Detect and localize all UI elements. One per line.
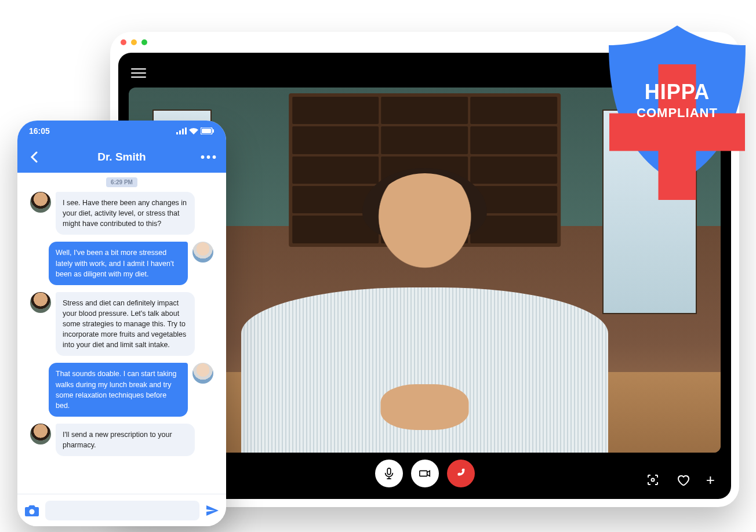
phone-status-bar: 16:05 — [17, 121, 226, 141]
traffic-light-zoom[interactable] — [141, 39, 147, 45]
chevron-left-icon — [30, 151, 38, 163]
svg-rect-3 — [182, 129, 184, 134]
svg-point-0 — [651, 479, 654, 482]
message-row: That sounds doable. I can start taking w… — [26, 363, 218, 417]
message-row: Well, I've been a bit more stressed late… — [26, 242, 218, 285]
avatar[interactable] — [192, 363, 213, 384]
message-bubble: I'll send a new prescription to your pha… — [56, 424, 195, 456]
hippa-badge-text: HIPPA COMPLIANT — [602, 80, 753, 121]
svg-rect-2 — [179, 130, 181, 134]
more-button[interactable]: ••• — [203, 151, 216, 164]
hippa-badge: HIPPA COMPLIANT — [602, 23, 753, 185]
svg-rect-1 — [176, 132, 178, 134]
message-bubble: Stress and diet can definitely impact yo… — [56, 292, 195, 356]
hippa-badge-line2: COMPLIANT — [602, 105, 753, 121]
message-input[interactable] — [45, 501, 199, 520]
traffic-light-close[interactable] — [121, 39, 126, 45]
chat-phone: 16:05 Dr. Smith ••• 6:29 PM I see. Have … — [17, 121, 226, 526]
traffic-light-minimize[interactable] — [131, 39, 137, 45]
phone-icon — [455, 467, 467, 480]
mute-button[interactable] — [375, 460, 403, 487]
signal-icon — [176, 127, 187, 134]
video-icon — [419, 467, 431, 480]
svg-rect-6 — [202, 129, 211, 133]
scan-icon[interactable] — [646, 473, 660, 487]
plus-icon — [602, 51, 753, 213]
video-toggle-button[interactable] — [411, 460, 439, 487]
message-row: Stress and diet can definitely impact yo… — [26, 292, 218, 356]
avatar[interactable] — [30, 192, 51, 213]
svg-point-8 — [30, 509, 35, 514]
chat-title: Dr. Smith — [97, 151, 146, 163]
svg-rect-4 — [185, 127, 187, 134]
avatar[interactable] — [192, 242, 213, 263]
send-icon[interactable] — [205, 504, 219, 518]
call-side-actions: + — [646, 472, 715, 487]
heart-icon[interactable] — [676, 473, 690, 487]
hippa-badge-line1: HIPPA — [602, 80, 753, 104]
message-bubble: That sounds doable. I can start taking w… — [49, 363, 188, 417]
hangup-button[interactable] — [447, 460, 475, 487]
status-time: 16:05 — [29, 126, 50, 136]
chat-input-bar — [17, 494, 226, 526]
back-button[interactable] — [28, 151, 41, 163]
add-icon[interactable]: + — [706, 472, 715, 487]
avatar[interactable] — [30, 424, 51, 444]
wifi-icon — [189, 127, 198, 134]
avatar[interactable] — [30, 292, 51, 313]
chat-timestamp: 6:29 PM — [106, 177, 137, 187]
microphone-icon — [383, 467, 395, 480]
message-bubble: I see. Have there been any changes in yo… — [56, 192, 195, 235]
battery-icon — [201, 127, 215, 134]
svg-rect-7 — [213, 129, 214, 133]
camera-icon[interactable] — [24, 504, 39, 517]
chat-messages[interactable]: 6:29 PM I see. Have there been any chang… — [17, 173, 226, 494]
message-row: I'll send a new prescription to your pha… — [26, 424, 218, 456]
menu-icon[interactable] — [131, 65, 146, 81]
chat-header: Dr. Smith ••• — [17, 141, 226, 173]
status-icons — [176, 127, 215, 134]
remote-participant — [241, 168, 608, 453]
message-row: I see. Have there been any changes in yo… — [26, 192, 218, 235]
message-bubble: Well, I've been a bit more stressed late… — [49, 242, 188, 285]
